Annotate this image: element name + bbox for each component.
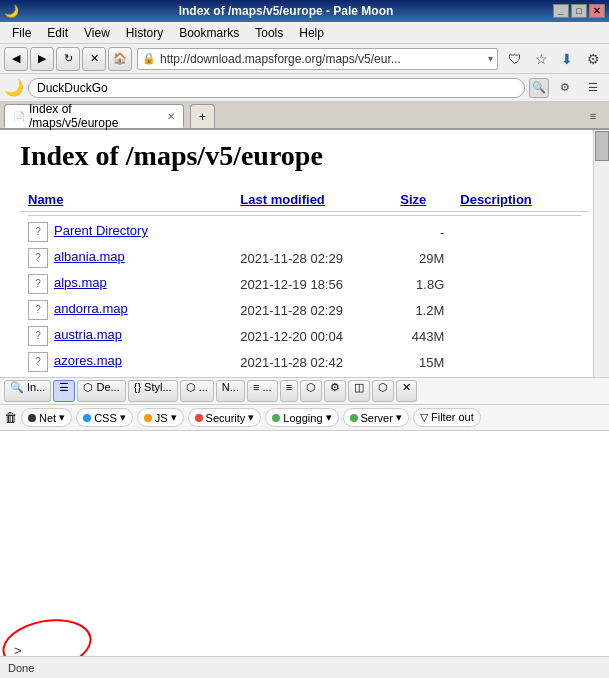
filter-net-dot: [28, 414, 36, 422]
file-name-cell: ?andorra.map: [20, 297, 232, 323]
close-button[interactable]: ✕: [589, 4, 605, 18]
file-modified-cell: 2021-11-28 02:29: [232, 297, 392, 323]
table-row: ?andorra.map2021-11-28 02:291.2M: [20, 297, 589, 323]
devtools-debugger-btn[interactable]: ⬡ De...: [77, 380, 125, 402]
filter-css-dropdown[interactable]: ▾: [120, 411, 126, 424]
tab-close-button[interactable]: ✕: [167, 111, 175, 122]
sort-name-link[interactable]: Name: [28, 192, 63, 207]
titlebar-icon: 🌙: [4, 4, 19, 18]
file-modified-cell: 2021-11-28 02:29: [232, 245, 392, 271]
download-icon[interactable]: ⬇: [555, 47, 579, 71]
shield-icon[interactable]: 🛡: [503, 47, 527, 71]
sort-desc-link[interactable]: Description: [460, 192, 532, 207]
menu-edit[interactable]: Edit: [39, 24, 76, 42]
filter-js-dot: [144, 414, 152, 422]
devtools-network-btn[interactable]: N...: [216, 380, 245, 402]
devtools-style-btn[interactable]: {} Styl...: [128, 380, 178, 402]
file-link[interactable]: albania.map: [54, 249, 125, 264]
file-icon: ?: [28, 248, 48, 268]
file-link[interactable]: austria.map: [54, 327, 122, 342]
bookmark-icon[interactable]: ☆: [529, 47, 553, 71]
file-icon: ?: [28, 326, 48, 346]
file-link[interactable]: azores.map: [54, 353, 122, 368]
menu-tools[interactable]: Tools: [247, 24, 291, 42]
toolbar: ◀ ▶ ↻ ✕ 🏠 🔒 http://download.mapsforge.or…: [0, 44, 609, 74]
file-desc-cell: [452, 297, 589, 323]
home-button[interactable]: 🏠: [108, 47, 132, 71]
menu-view[interactable]: View: [76, 24, 118, 42]
main-content: Index of /maps/v5/europe Name Last modif…: [0, 130, 609, 377]
back-button[interactable]: ◀: [4, 47, 28, 71]
devtools-split-btn[interactable]: ◫: [348, 380, 370, 402]
devtools-storage-btn[interactable]: ≡ ...: [247, 380, 278, 402]
filter-js[interactable]: JS ▾: [137, 408, 184, 427]
menu-bookmarks[interactable]: Bookmarks: [171, 24, 247, 42]
sort-size-link[interactable]: Size: [400, 192, 426, 207]
file-size-cell: 15M: [392, 349, 452, 375]
minimize-button[interactable]: _: [553, 4, 569, 18]
filter-server-dropdown[interactable]: ▾: [396, 411, 402, 424]
address-dropdown-icon[interactable]: ▾: [488, 53, 493, 64]
sort-modified-link[interactable]: Last modified: [240, 192, 325, 207]
new-tab-button[interactable]: +: [190, 104, 215, 128]
table-row: ?austria.map2021-12-20 00:04443M: [20, 323, 589, 349]
search-input[interactable]: [28, 78, 525, 98]
search-more-icon[interactable]: ☰: [581, 76, 605, 100]
devtools-dock-btn[interactable]: ⬡: [372, 380, 394, 402]
address-bar[interactable]: 🔒 http://download.mapsforge.org/maps/v5/…: [137, 48, 498, 70]
menu-history[interactable]: History: [118, 24, 171, 42]
console-area: >: [0, 431, 609, 678]
search-settings-icon[interactable]: ⚙: [553, 76, 577, 100]
tab-list-icon[interactable]: ≡: [581, 104, 605, 128]
devtools-inspector-btn[interactable]: 🔍 In...: [4, 380, 51, 402]
devtools-settings-btn[interactable]: ⚙: [324, 380, 346, 402]
clear-log-button[interactable]: 🗑: [4, 410, 17, 425]
tab-index[interactable]: 📄 Index of /maps/v5/europe ✕: [4, 104, 184, 128]
tab-label: Index of /maps/v5/europe: [29, 102, 163, 130]
file-link[interactable]: alps.map: [54, 275, 107, 290]
menu-file[interactable]: File: [4, 24, 39, 42]
tabbar: 📄 Index of /maps/v5/europe ✕ + ≡: [0, 102, 609, 130]
filter-css[interactable]: CSS ▾: [76, 408, 133, 427]
statusbar: Done: [0, 656, 609, 678]
file-link[interactable]: Parent Directory: [54, 223, 148, 238]
filter-logging-dropdown[interactable]: ▾: [326, 411, 332, 424]
devtools-perf-btn[interactable]: ⬡ ...: [180, 380, 214, 402]
filter-net[interactable]: Net ▾: [21, 408, 72, 427]
vertical-scrollbar[interactable]: [593, 130, 609, 377]
file-desc-cell: [452, 245, 589, 271]
filter-logging[interactable]: Logging ▾: [265, 408, 338, 427]
stop-button[interactable]: ✕: [82, 47, 106, 71]
filter-server[interactable]: Server ▾: [343, 408, 409, 427]
filter-security[interactable]: Security ▾: [188, 408, 262, 427]
filter-security-dropdown[interactable]: ▾: [248, 411, 254, 424]
file-desc-cell: [452, 349, 589, 375]
address-lock-icon: 🔒: [142, 52, 156, 65]
file-table: Name Last modified Size Description: [20, 188, 589, 375]
reload-button[interactable]: ↻: [56, 47, 80, 71]
menu-help[interactable]: Help: [291, 24, 332, 42]
forward-button[interactable]: ▶: [30, 47, 54, 71]
file-link[interactable]: andorra.map: [54, 301, 128, 316]
devtools-frame-btn[interactable]: ⬡: [300, 380, 322, 402]
address-text: http://download.mapsforge.org/maps/v5/eu…: [160, 52, 488, 66]
devtools-console-btn[interactable]: ☰: [53, 380, 75, 402]
titlebar: 🌙 Index of /maps/v5/europe - Pale Moon _…: [0, 0, 609, 22]
file-size-cell: 443M: [392, 323, 452, 349]
filter-css-dot: [83, 414, 91, 422]
file-name-cell: ?Parent Directory: [20, 219, 232, 245]
more-icon[interactable]: ⚙: [581, 47, 605, 71]
devtools-close-btn[interactable]: ✕: [396, 380, 417, 402]
filter-js-dropdown[interactable]: ▾: [171, 411, 177, 424]
search-button[interactable]: 🔍: [529, 78, 549, 98]
file-modified-cell: 2021-12-19 18:56: [232, 271, 392, 297]
scrollbar-thumb[interactable]: [595, 131, 609, 161]
maximize-button[interactable]: □: [571, 4, 587, 18]
filter-out[interactable]: ▽ Filter out: [413, 408, 481, 427]
filter-net-dropdown[interactable]: ▾: [59, 411, 65, 424]
table-row: ?alps.map2021-12-19 18:561.8G: [20, 271, 589, 297]
devtools-hex-btn[interactable]: ≡: [280, 380, 298, 402]
file-size-cell: -: [392, 219, 452, 245]
titlebar-controls: _ □ ✕: [553, 4, 605, 18]
table-row: ?Parent Directory-: [20, 219, 589, 245]
